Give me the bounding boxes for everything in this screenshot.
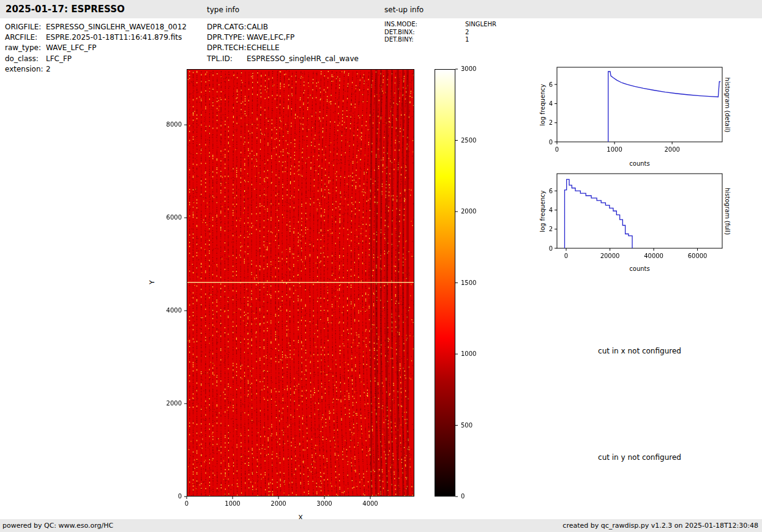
- tick-label: 0: [174, 500, 199, 508]
- tick-label: 500: [461, 422, 473, 429]
- field-dpr-type: DPR.TYPE:WAVE,LFC,FP: [207, 32, 359, 43]
- tick-label: 6: [549, 188, 553, 194]
- field-arcfile: ARCFILE:ESPRE.2025-01-18T11:16:41.879.fi…: [5, 32, 187, 43]
- field-dpr-catg: DPR.CATG:CALIB: [207, 22, 359, 32]
- field-label: ARCFILE:: [5, 32, 46, 43]
- tick-label: 0: [157, 493, 182, 500]
- tick-label: 60000: [688, 253, 708, 259]
- field-label: DPR.TECH:: [207, 43, 247, 53]
- histogram-axes: [557, 67, 722, 142]
- field-det-biny: DET.BINY:1: [384, 36, 496, 44]
- raster-y-axis-label: Y: [148, 275, 156, 290]
- field-label: extension:: [5, 64, 46, 75]
- tick-label: 6000: [157, 214, 182, 221]
- tick-label: 4: [549, 100, 553, 107]
- field-label: INS.MODE:: [384, 21, 465, 29]
- tick-label: 2000: [461, 208, 476, 215]
- hist-full-x-axis-label: counts: [621, 265, 658, 272]
- raw-frame-image: [187, 69, 414, 497]
- field-raw-type: raw_type:WAVE_LFC_FP: [5, 43, 187, 53]
- footer-created-by: created by qc_rawdisp.py v1.2.3 on 2025-…: [562, 522, 758, 530]
- tick-label: 0: [549, 245, 553, 252]
- field-value: 2: [46, 65, 51, 73]
- tick-label: 1000: [607, 146, 622, 153]
- field-label: DPR.CATG:: [207, 22, 247, 32]
- tick-label: 6: [549, 81, 553, 88]
- field-label: TPL.ID:: [207, 54, 247, 64]
- setup-info-block: INS.MODE:SINGLEHR DET.BINX:2 DET.BINY:1: [384, 21, 496, 44]
- field-value: LFC_FP: [46, 54, 72, 63]
- field-value: ESPRESSO_SINGLEHR_WAVE018_0012: [46, 23, 187, 31]
- field-label: DPR.TYPE:: [207, 32, 247, 43]
- hist-detail-x-axis-label: counts: [621, 160, 658, 167]
- field-dpr-tech: DPR.TECH:ECHELLE: [207, 43, 359, 53]
- tick-label: 4000: [358, 500, 383, 508]
- tick-label: 3000: [312, 500, 337, 508]
- qc-rawdisp-report: 2025-01-17: ESPRESSO type info set-up in…: [0, 0, 762, 532]
- hist-detail-title: histogram (detail): [724, 72, 731, 139]
- type-info-heading: type info: [207, 6, 239, 14]
- field-value: WAVE_LFC_FP: [46, 43, 97, 52]
- type-info-block: DPR.CATG:CALIB DPR.TYPE:WAVE,LFC,FP DPR.…: [207, 22, 359, 64]
- field-value: 2: [465, 29, 469, 35]
- field-origfile: ORIGFILE:ESPRESSO_SINGLEHR_WAVE018_0012: [5, 22, 187, 32]
- tick-label: 40000: [644, 253, 663, 259]
- tick-label: 2: [549, 226, 553, 232]
- tick-label: 0: [461, 493, 465, 500]
- field-value: WAVE,LFC,FP: [247, 33, 294, 42]
- colorbar: [435, 69, 455, 497]
- field-value: ESPRE.2025-01-18T11:16:41.879.fits: [46, 33, 182, 42]
- field-label: do_class:: [5, 54, 46, 64]
- tick-label: 20000: [600, 253, 620, 259]
- field-value: CALIB: [247, 23, 268, 31]
- footer-powered-by: powered by QC: www.eso.org/HC: [2, 522, 113, 530]
- tick-label: 1000: [461, 350, 476, 358]
- hist-full-y-axis-label: log frequency: [539, 187, 546, 236]
- tick-label: 2500: [461, 137, 476, 144]
- cut-in-x-message: cut in x not configured: [548, 347, 731, 355]
- field-do-class: do_class:LFC_FP: [5, 54, 187, 64]
- tick-label: 0: [564, 253, 568, 259]
- tick-label: 1000: [220, 500, 245, 508]
- tick-label: 4: [549, 207, 553, 213]
- histogram-line: [565, 179, 633, 248]
- hist-full-title: histogram (full): [724, 178, 731, 245]
- tick-label: 2000: [157, 400, 182, 407]
- tick-label: 3000: [461, 65, 476, 73]
- tick-label: 2: [549, 119, 553, 126]
- hist-detail-y-axis-label: log frequency: [539, 81, 546, 130]
- file-info-block: ORIGFILE:ESPRESSO_SINGLEHR_WAVE018_0012 …: [5, 22, 187, 75]
- tick-label: 1500: [461, 279, 476, 287]
- field-extension: extension:2: [5, 64, 187, 75]
- tick-label: 0: [549, 139, 553, 146]
- field-label: DET.BINY:: [384, 36, 465, 44]
- tick-label: 2000: [664, 146, 679, 153]
- field-ins-mode: INS.MODE:SINGLEHR: [384, 21, 496, 29]
- field-label: DET.BINX:: [384, 29, 465, 37]
- field-value: ECHELLE: [247, 43, 280, 52]
- tick-label: 4000: [157, 307, 182, 314]
- field-tpl-id: TPL.ID:ESPRESSO_singleHR_cal_wave: [207, 54, 359, 64]
- field-det-binx: DET.BINX:2: [384, 29, 496, 37]
- field-value: 1: [465, 36, 469, 43]
- field-label: raw_type:: [5, 43, 46, 53]
- field-value: ESPRESSO_singleHR_cal_wave: [247, 54, 359, 63]
- tick-label: 8000: [157, 121, 182, 128]
- field-label: ORIGFILE:: [5, 22, 46, 32]
- tick-label: 2000: [266, 500, 291, 508]
- histogram-line: [608, 72, 720, 142]
- cut-in-y-message: cut in y not configured: [548, 453, 731, 462]
- field-value: SINGLEHR: [465, 21, 496, 28]
- tick-label: 0: [555, 146, 559, 153]
- setup-info-heading: set-up info: [384, 6, 424, 14]
- histogram-axes: [557, 174, 722, 248]
- page-title: 2025-01-17: ESPRESSO: [6, 4, 125, 15]
